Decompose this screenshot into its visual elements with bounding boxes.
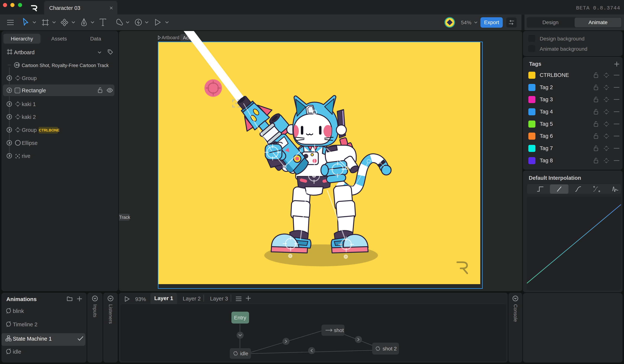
svg-text:Track: Track [119, 215, 130, 220]
svg-text:Artboard: Artboard [161, 35, 179, 40]
svg-text:shot 2: shot 2 [383, 346, 397, 352]
svg-text:shot: shot [334, 327, 344, 333]
svg-text:idle: idle [240, 351, 248, 356]
svg-text:Entry: Entry [234, 315, 246, 320]
